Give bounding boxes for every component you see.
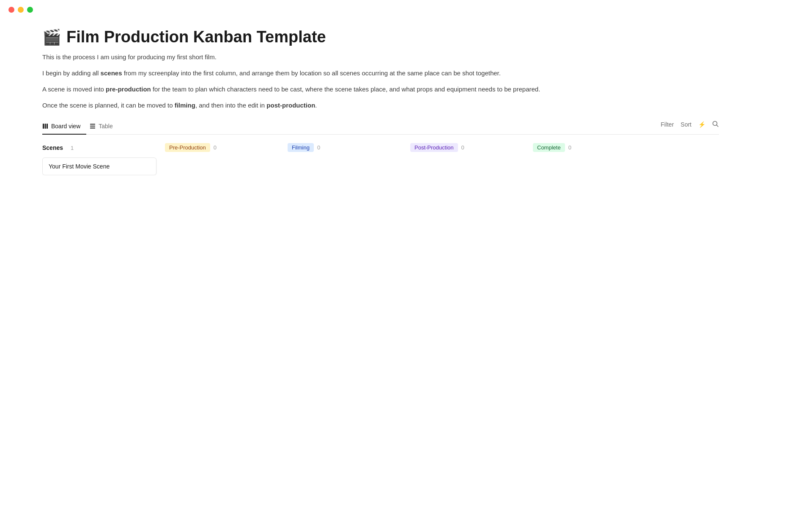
tab-board-view[interactable]: Board view	[42, 119, 86, 135]
column-label-scenes: Scenes	[42, 143, 67, 152]
desc3-bold: pre-production	[106, 86, 151, 93]
filter-button[interactable]: Filter	[661, 121, 674, 128]
column-header-filming: Filming0	[288, 143, 402, 152]
table-view-icon	[90, 123, 96, 129]
kanban-column-pre-production: Pre-Production0	[165, 143, 279, 157]
description-4: Once the scene is planned, it can be mov…	[42, 100, 719, 110]
svg-line-7	[717, 125, 719, 127]
kanban-column-scenes: Scenes1Your First Movie Scene	[42, 143, 156, 175]
desc4-bold1: filming	[175, 102, 195, 109]
search-button[interactable]	[712, 121, 719, 129]
tab-table-view[interactable]: Table	[90, 119, 118, 135]
description-2: I begin by adding all scenes from my scr…	[42, 68, 719, 78]
lightning-icon: ⚡	[698, 121, 705, 128]
column-label-pre-production: Pre-Production	[165, 143, 210, 152]
desc4-bold2: post-production	[266, 102, 315, 109]
column-header-post-production: Post-Production0	[410, 143, 524, 152]
page-title: Film Production Kanban Template	[66, 28, 326, 46]
desc2-suffix: from my screenplay into the first column…	[122, 69, 500, 77]
column-count-pre-production: 0	[214, 144, 217, 151]
column-count-post-production: 0	[461, 144, 464, 151]
desc4-end: .	[315, 102, 317, 109]
svg-rect-4	[90, 126, 95, 127]
column-header-pre-production: Pre-Production0	[165, 143, 279, 152]
column-label-filming: Filming	[288, 143, 314, 152]
desc2-bold: scenes	[101, 69, 122, 77]
column-header-complete: Complete0	[533, 143, 647, 152]
desc4-prefix: Once the scene is planned, it can be mov…	[42, 102, 175, 109]
titlebar	[0, 0, 812, 19]
column-label-complete: Complete	[533, 143, 565, 152]
kanban-column-post-production: Post-Production0	[410, 143, 524, 157]
kanban-column-filming: Filming0	[288, 143, 402, 157]
tab-board-view-label: Board view	[51, 123, 80, 130]
svg-rect-0	[43, 124, 44, 129]
view-tabs: Board view Table Filter Sort ⚡	[42, 119, 719, 135]
column-label-post-production: Post-Production	[410, 143, 458, 152]
sort-label: Sort	[680, 121, 691, 128]
description-3: A scene is moved into pre-production for…	[42, 84, 719, 94]
close-button[interactable]	[8, 7, 14, 13]
page-emoji: 🎬	[42, 28, 61, 46]
search-icon	[712, 121, 719, 129]
kanban-board: Scenes1Your First Movie ScenePre-Product…	[42, 143, 719, 175]
svg-rect-1	[45, 124, 46, 129]
column-count-scenes: 1	[71, 145, 74, 151]
maximize-button[interactable]	[27, 7, 33, 13]
main-content: 🎬 Film Production Kanban Template This i…	[0, 19, 761, 192]
desc3-suffix: for the team to plan which characters ne…	[151, 86, 540, 93]
desc2-prefix: I begin by adding all	[42, 69, 101, 77]
board-view-icon	[42, 123, 48, 129]
kanban-column-complete: Complete0	[533, 143, 647, 157]
toolbar-right: Filter Sort ⚡	[661, 121, 719, 133]
column-count-filming: 0	[317, 144, 320, 151]
automation-button[interactable]: ⚡	[698, 121, 705, 128]
desc3-prefix: A scene is moved into	[42, 86, 106, 93]
desc4-middle: , and then into the edit in	[195, 102, 266, 109]
minimize-button[interactable]	[18, 7, 24, 13]
page-header: 🎬 Film Production Kanban Template	[42, 28, 719, 46]
svg-rect-5	[90, 127, 95, 129]
svg-rect-2	[47, 124, 48, 129]
tab-table-view-label: Table	[99, 123, 112, 130]
column-header-scenes: Scenes1	[42, 143, 156, 152]
description-1: This is the process I am using for produ…	[42, 52, 719, 62]
kanban-card[interactable]: Your First Movie Scene	[42, 157, 156, 175]
filter-label: Filter	[661, 121, 674, 128]
sort-button[interactable]: Sort	[680, 121, 691, 128]
description-block: This is the process I am using for produ…	[42, 52, 719, 110]
svg-rect-3	[90, 124, 95, 125]
column-count-complete: 0	[568, 144, 571, 151]
